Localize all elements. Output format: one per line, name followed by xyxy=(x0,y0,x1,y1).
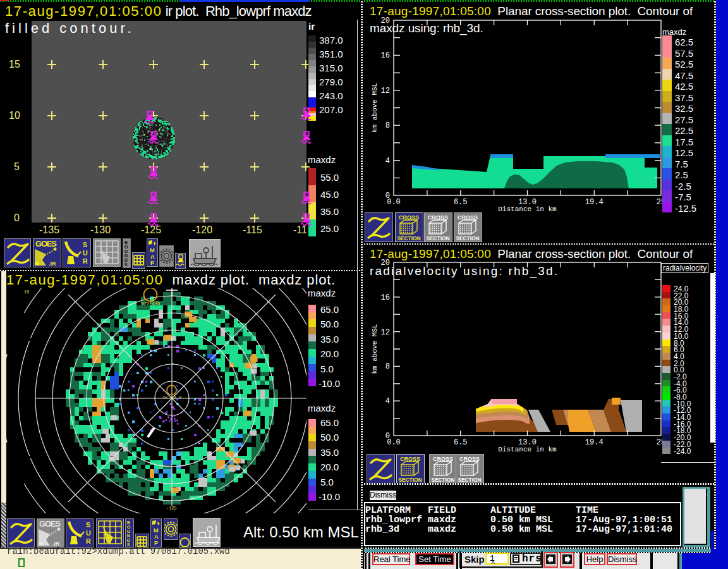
svg-text:SECTION: SECTION xyxy=(397,235,420,242)
svg-text:SECTION: SECTION xyxy=(458,477,481,483)
svg-text:U: U xyxy=(83,249,88,257)
svg-text:P: P xyxy=(150,259,155,266)
svg-text:S: S xyxy=(83,241,87,248)
svg-text:S: S xyxy=(124,262,128,267)
svg-text:SECTION: SECTION xyxy=(426,235,449,242)
svg-text:SECTION: SECTION xyxy=(398,477,422,483)
svg-text:SECTION: SECTION xyxy=(431,477,454,483)
svg-text:GOES: GOES xyxy=(35,239,57,248)
svg-text:R: R xyxy=(83,257,88,265)
svg-text:P: P xyxy=(154,539,159,546)
svg-text:U: U xyxy=(86,529,91,537)
svg-text:.IR: .IR xyxy=(49,260,56,267)
svg-text:S: S xyxy=(86,521,90,529)
svg-text:SECTION: SECTION xyxy=(456,235,479,242)
svg-text:GOES: GOES xyxy=(39,519,61,529)
svg-text:R: R xyxy=(86,537,91,545)
